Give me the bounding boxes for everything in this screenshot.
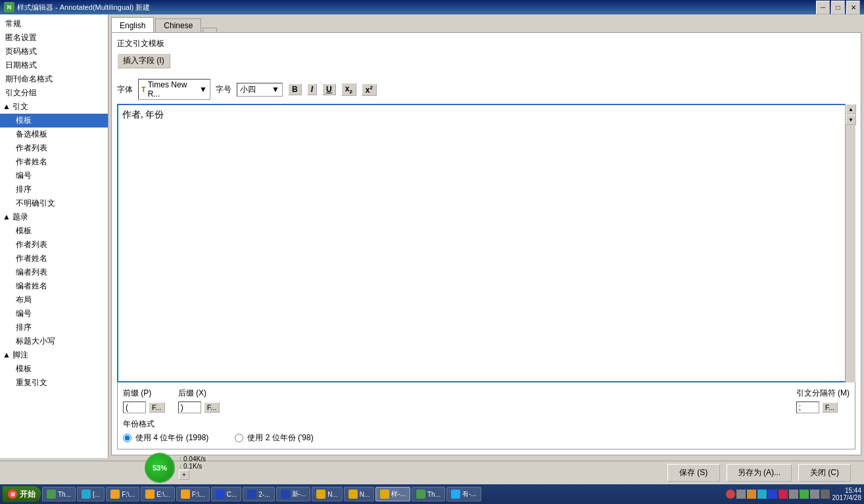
clock: 15:44 2017/4/28 [832,487,862,501]
sidebar-item-name-settings[interactable]: 匿名设置 [0,31,108,45]
sidebar-item-citation-template[interactable]: 模板 [0,114,108,127]
taskbar-item-folder3[interactable]: F:\... [176,487,210,501]
sidebar-item-journal-format[interactable]: 期刊命名格式 [0,72,108,86]
start-label: 开始 [20,489,36,500]
taskbar-item-folder1[interactable]: F:\... [106,487,139,501]
sidebar-item-citation-ambiguous[interactable]: 不明确引文 [0,196,108,210]
taskbar-right: 15:44 2017/4/28 [726,487,862,501]
sidebar-item-citation[interactable]: ▲ 引文 [0,100,108,114]
sidebar-item-bib-author-name[interactable]: 作者姓名 [0,252,108,265]
taskbar-label-notepad2: N... [360,491,370,498]
taskbar-item-browser[interactable]: [... [77,487,105,501]
prefix-input[interactable] [123,401,146,413]
minimize-button[interactable]: ─ [816,1,830,14]
year-format-2digit-radio[interactable] [235,434,243,442]
maximize-button[interactable]: □ [831,1,845,14]
taskbar-item-folder2[interactable]: E:\... [141,487,175,501]
taskbar-item-th2[interactable]: Th... [412,487,445,501]
taskbar-item-notepad2[interactable]: N... [344,487,375,501]
scrollbar-down-button[interactable]: ▼ [846,114,856,125]
italic-button[interactable]: I [307,83,317,95]
citation-separator-group: 引文分隔符 (M) F... [796,388,850,413]
sidebar-item-bib-editor-name[interactable]: 编者姓名 [0,279,108,293]
taskbar-item-app1[interactable]: C... [211,487,242,501]
taskbar-item-styleeditor[interactable]: 样-... [375,487,410,501]
sidebar-item-citation-author-list[interactable]: 作者列表 [0,141,108,155]
sidebar-item-bib-template[interactable]: 模板 [0,224,108,238]
size-label: 字号 [216,84,231,95]
font-selector[interactable]: T Times New R... ▼ [138,79,210,100]
year-format-label: 年份格式 [123,419,850,430]
start-button[interactable]: ⊞ 开始 [3,486,41,502]
year-format-4digit-radio[interactable] [123,434,132,442]
year-format-2digit[interactable]: 使用 2 位年份 ('98) [235,432,313,444]
text-edit-area[interactable]: 作者, 年份 [117,104,855,382]
sidebar-item-citation-author-name[interactable]: 作者姓名 [0,155,108,169]
bold-button[interactable]: B [288,83,302,95]
taskbar-label-qq: 有-... [462,490,477,499]
sidebar-item-citation-alt-template[interactable]: 备选模板 [0,127,108,141]
sidebar-item-citation-order[interactable]: 排序 [0,183,108,196]
taskbar-label-folder2: E:\... [156,491,170,498]
year-format-section: 年份格式 使用 4 位年份 (1998) 使用 2 位年份 ('98) [123,419,850,444]
size-selector[interactable]: 小四 ▼ [237,83,283,97]
sidebar-item-date-format[interactable]: 日期格式 [0,58,108,72]
sidebar-item-footnote-template[interactable]: 模板 [0,362,108,376]
scrollbar-up-button[interactable]: ▲ [846,104,856,114]
close-button[interactable]: 关闭 (C) [798,464,851,482]
font-name: Times New R... [148,80,199,99]
taskbar-icon-styleeditor [380,490,389,499]
sidebar-item-bib-number[interactable]: 编号 [0,307,108,321]
taskbar-label-th2: Th... [427,491,441,498]
upload-icon: ↑ [179,455,182,463]
systray-icon-2 [736,490,746,499]
expand-button[interactable]: + [179,470,189,480]
sidebar-item-bib-author-list[interactable]: 作者列表 [0,238,108,252]
tab-chinese[interactable]: Chinese [155,18,201,32]
sidebar-item-footnote[interactable]: ▲ 脚注 [0,348,108,362]
font-label: 字体 [117,84,133,95]
sidebar-item-bib-order[interactable]: 排序 [0,321,108,334]
underline-button[interactable]: U [322,83,336,95]
sidebar-item-bib-title-case[interactable]: 标题大小写 [0,334,108,348]
taskbar-icon-notepad2 [348,490,358,499]
taskbar-item-word1[interactable]: 2-... [243,487,274,501]
suffix-input[interactable] [178,401,201,413]
sidebar-item-bib-layout[interactable]: 布局 [0,293,108,307]
size-dropdown-icon[interactable]: ▼ [272,85,279,94]
taskbar-item-qq[interactable]: 有-... [446,487,481,501]
font-dropdown-icon[interactable]: ▼ [199,85,207,94]
superscript-button[interactable]: x2 [362,83,377,96]
sidebar-item-footnote-repeat[interactable]: 重复引文 [0,376,108,390]
close-button[interactable]: ✕ [846,1,860,14]
save-button[interactable]: 保存 (S) [667,464,720,482]
taskbar-label-styleeditor: 样-... [391,490,406,499]
tab-english[interactable]: English [111,17,154,32]
tab-extra[interactable] [203,28,217,32]
sidebar-item-bibliography[interactable]: ▲ 题录 [0,210,108,224]
prefix-suffix-row: 前缀 (P) F... 后缀 (X) F... [123,388,850,413]
taskbar-icon-qq [451,490,460,499]
sidebar-item-citation-group[interactable]: 引文分组 [0,86,108,100]
taskbar-item-word2[interactable]: 新-... [276,487,311,501]
sidebar-item-citation-number[interactable]: 编号 [0,169,108,183]
insert-field-button[interactable]: 插入字段 (I) [117,53,170,68]
systray-icon-6 [779,490,788,499]
save-as-button[interactable]: 另存为 (A)... [727,464,792,482]
subscript-button[interactable]: x2 [341,83,356,96]
taskbar-item-notepad1[interactable]: N... [312,487,343,501]
sidebar-item-bib-editor-list[interactable]: 编者列表 [0,265,108,279]
suffix-format-button[interactable]: F... [204,402,220,413]
systray [726,490,830,499]
sidebar-item-page-format[interactable]: 页码格式 [0,45,108,58]
sidebar-item-general[interactable]: 常规 [0,17,108,31]
taskbar-item-th1[interactable]: Th... [42,487,76,501]
citation-separator-input[interactable] [796,401,819,413]
prefix-format-button[interactable]: F... [149,402,165,413]
year-format-4digit[interactable]: 使用 4 位年份 (1998) [123,432,208,444]
citation-separator-format-button[interactable]: F... [822,402,838,413]
year-format-2digit-label: 使用 2 位年份 ('98) [247,432,313,444]
taskbar-icon-folder2 [145,490,155,499]
taskbar-icon-app1 [216,490,225,499]
network-circle-button[interactable]: 53% [145,453,175,483]
